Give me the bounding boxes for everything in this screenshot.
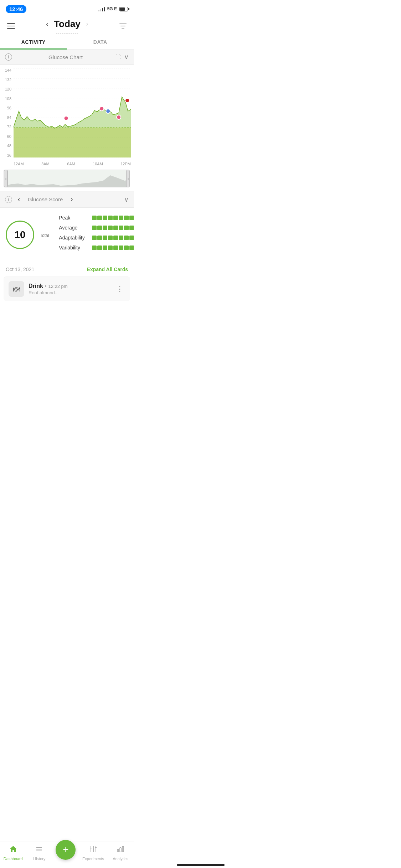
status-icons: 5G E (98, 6, 128, 11)
glucose-chart-title: Glucose Chart (16, 54, 115, 60)
metric-variability: Variability 10 (59, 245, 134, 250)
score-metrics: Peak 10 Average (59, 215, 134, 255)
expand-all-button[interactable]: Expand All Cards (87, 267, 128, 272)
svg-point-17 (125, 98, 129, 103)
y-axis: 144 132 120 108 96 84 72 60 48 36 (0, 68, 14, 157)
filter-lines-icon (119, 24, 127, 29)
filter-button[interactable] (118, 22, 128, 30)
metric-adaptability-bars (92, 236, 134, 240)
metric-peak-label: Peak (59, 215, 89, 221)
activity-details: Drink • 12:22 pm Roof almond... (29, 283, 114, 295)
total-label: Total (40, 233, 49, 238)
date-label: Oct 13, 2021 (6, 267, 34, 272)
metric-variability-bars (92, 246, 134, 250)
glucose-score-header: i ‹ Glucose Score › ∨ (0, 191, 134, 208)
svg-marker-11 (14, 97, 131, 157)
total-score-circle: 10 (6, 221, 34, 249)
header-underline (56, 33, 78, 33)
glucose-chart-container: 144 132 120 108 96 84 72 60 48 36 (0, 65, 134, 187)
x-axis: 12AM 3AM 6AM 10AM 12PM (14, 160, 131, 169)
activity-icon: 🍽 (9, 281, 24, 297)
header-nav: ‹ Today › (44, 19, 91, 30)
activity-card[interactable]: 🍽 Drink • 12:22 pm Roof almond... ⋮ (4, 277, 130, 301)
glucose-chart-svg (14, 68, 131, 157)
status-time: 12:46 (6, 5, 26, 13)
tab-bar: ACTIVITY DATA (0, 36, 134, 50)
fullscreen-icon[interactable]: ⛶ (115, 54, 120, 60)
metric-variability-label: Variability (59, 245, 89, 250)
page-title: Today (54, 19, 81, 30)
glucose-chart-actions: ⛶ ∨ (115, 53, 129, 61)
glucose-chart-header: i Glucose Chart ⛶ ∨ (0, 50, 134, 65)
svg-point-15 (106, 109, 110, 113)
mini-chart[interactable] (4, 170, 130, 187)
tab-data[interactable]: DATA (67, 36, 134, 49)
metric-adaptability: Adaptability 10 (59, 235, 134, 241)
date-row: Oct 13, 2021 Expand All Cards (0, 262, 134, 277)
metric-peak: Peak 10 (59, 215, 134, 221)
total-score-value: 10 (14, 229, 25, 241)
glucose-score-content: 10 Total Peak 10 Average (0, 208, 134, 262)
tab-activity[interactable]: ACTIVITY (0, 36, 67, 50)
collapse-score-icon[interactable]: ∨ (124, 196, 129, 203)
glucose-score-info-icon[interactable]: i (5, 196, 12, 203)
next-day-button[interactable]: › (84, 20, 91, 29)
score-next-button[interactable]: › (68, 195, 75, 204)
battery-icon (119, 7, 128, 11)
score-nav: ‹ Glucose Score › (16, 195, 75, 204)
status-bar: 12:46 5G E (0, 0, 134, 16)
collapse-chart-icon[interactable]: ∨ (124, 53, 129, 61)
chart-inner (14, 68, 131, 157)
chart-area: 144 132 120 108 96 84 72 60 48 36 (0, 68, 134, 168)
range-selected (7, 170, 126, 187)
svg-point-16 (117, 115, 121, 119)
header-center: ‹ Today › (44, 19, 91, 33)
score-prev-button[interactable]: ‹ (16, 195, 22, 204)
svg-point-13 (64, 116, 68, 120)
metric-average-label: Average (59, 225, 89, 231)
metric-peak-bars (92, 216, 134, 220)
metric-average: Average 10 (59, 225, 134, 231)
header: ‹ Today › (0, 16, 134, 35)
total-label-container: Total (40, 232, 49, 238)
activity-time: 12:22 pm (48, 284, 67, 289)
signal-icon (98, 6, 105, 11)
glucose-score-title: Glucose Score (28, 196, 63, 202)
menu-button[interactable] (6, 22, 16, 30)
activity-more-button[interactable]: ⋮ (114, 284, 125, 294)
network-type: 5G E (107, 6, 117, 11)
range-right-handle[interactable] (126, 170, 130, 187)
range-left-handle[interactable] (4, 170, 7, 187)
range-selector[interactable] (4, 170, 130, 187)
activity-type: Drink (29, 283, 43, 289)
svg-point-14 (99, 107, 104, 111)
prev-day-button[interactable]: ‹ (44, 20, 50, 29)
glucose-chart-info-icon[interactable]: i (5, 53, 12, 61)
activity-description: Roof almond... (29, 290, 114, 295)
metric-adaptability-label: Adaptability (59, 235, 89, 241)
metric-average-bars (92, 226, 134, 230)
